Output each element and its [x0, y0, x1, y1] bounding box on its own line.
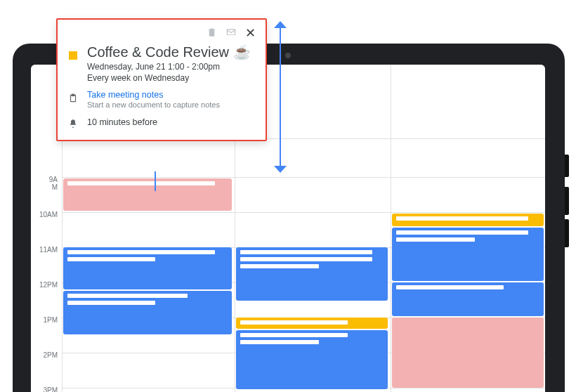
- mail-icon[interactable]: [225, 27, 237, 39]
- time-label: 2PM: [43, 351, 58, 359]
- calendar-day-column[interactable]: [392, 65, 545, 392]
- event-color-swatch: [69, 51, 77, 60]
- time-label: 11AM: [39, 246, 58, 254]
- calendar-event[interactable]: [392, 282, 544, 316]
- calendar-event[interactable]: [392, 214, 544, 226]
- calendar-event[interactable]: [392, 318, 544, 388]
- calendar-event[interactable]: [63, 247, 232, 289]
- resize-handle-arrow[interactable]: [274, 21, 287, 173]
- calendar-event[interactable]: [236, 330, 388, 389]
- close-icon[interactable]: ✕: [245, 27, 256, 39]
- tablet-side-button: [565, 155, 569, 177]
- calendar-event[interactable]: [392, 228, 544, 281]
- callout-pointer: [155, 171, 156, 191]
- event-datetime: Wednesday, June 21 1:00 - 2:00pm: [87, 62, 251, 72]
- popup-action-row: ✕: [67, 27, 256, 39]
- calendar-event[interactable]: [63, 178, 232, 211]
- time-label: 10AM: [39, 211, 58, 218]
- take-notes-sub: Start a new document to capture notes: [87, 100, 220, 109]
- trash-icon[interactable]: [207, 27, 217, 39]
- calendar-event[interactable]: [63, 291, 232, 334]
- tablet-side-button: [565, 187, 569, 215]
- event-recurrence: Every week on Wednesday: [87, 73, 251, 83]
- time-label: 12PM: [39, 281, 58, 289]
- event-title: Coffee & Code Review ☕: [87, 44, 251, 60]
- take-notes-link[interactable]: Take meeting notes: [87, 90, 220, 100]
- calendar-event[interactable]: [236, 318, 388, 329]
- clipboard-icon: [67, 90, 79, 104]
- tablet-side-button: [565, 219, 569, 247]
- time-label: 3PM: [43, 386, 58, 392]
- calendar-event[interactable]: [236, 247, 388, 301]
- event-detail-popup: ✕ Coffee & Code Review ☕ Wednesday, June…: [56, 18, 267, 141]
- bell-icon: [67, 116, 79, 129]
- reminder-text: 10 minutes before: [87, 116, 157, 127]
- time-label: 9AM: [49, 176, 58, 191]
- time-label: 1PM: [43, 316, 58, 324]
